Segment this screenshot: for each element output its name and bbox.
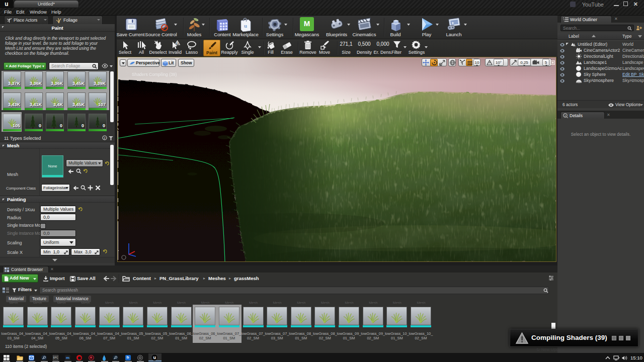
svg-text:i: i: [565, 114, 566, 117]
svg-text:i: i: [104, 136, 106, 140]
svg-text:Shaders Compiling (39): Shaders Compiling (39): [132, 72, 177, 77]
svg-text:A: A: [176, 41, 179, 45]
svg-text:u: u: [244, 23, 247, 29]
